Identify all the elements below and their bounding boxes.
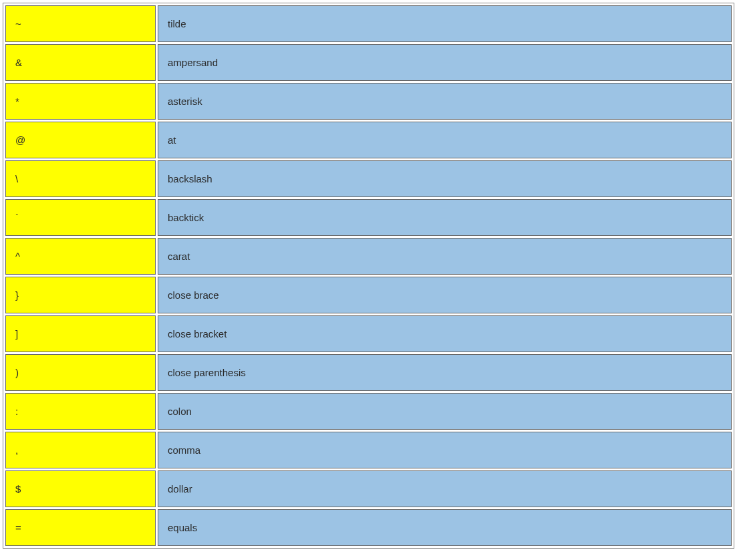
symbol-cell: , <box>5 432 156 468</box>
symbol-cell: @ <box>5 122 156 158</box>
name-cell: close parenthesis <box>158 354 732 391</box>
name-cell: carat <box>158 238 732 275</box>
name-cell: close bracket <box>158 315 732 352</box>
name-cell: backtick <box>158 199 732 236</box>
table-row: ) close parenthesis <box>5 354 732 391</box>
name-cell: asterisk <box>158 83 732 120</box>
table-body: ~ tilde & ampersand * asterisk @ at \ ba… <box>5 5 732 546</box>
symbol-cell: & <box>5 44 156 81</box>
symbol-cell: ) <box>5 354 156 391</box>
name-cell: tilde <box>158 5 732 42</box>
symbol-cell: ` <box>5 199 156 236</box>
name-cell: colon <box>158 393 732 430</box>
table-row: , comma <box>5 432 732 468</box>
table-row: & ampersand <box>5 44 732 81</box>
table-row: \ backslash <box>5 160 732 197</box>
name-cell: equals <box>158 509 732 546</box>
table-row: = equals <box>5 509 732 546</box>
table-row: } close brace <box>5 277 732 313</box>
name-cell: at <box>158 122 732 158</box>
symbol-cell: * <box>5 83 156 120</box>
symbol-cell: : <box>5 393 156 430</box>
symbol-reference-table: ~ tilde & ampersand * asterisk @ at \ ba… <box>3 3 734 549</box>
name-cell: ampersand <box>158 44 732 81</box>
symbol-cell: ^ <box>5 238 156 275</box>
name-cell: comma <box>158 432 732 468</box>
symbol-cell: } <box>5 277 156 313</box>
table-row: * asterisk <box>5 83 732 120</box>
symbol-cell: $ <box>5 470 156 507</box>
table-row: ~ tilde <box>5 5 732 42</box>
table-row: ] close bracket <box>5 315 732 352</box>
symbol-cell: \ <box>5 160 156 197</box>
name-cell: dollar <box>158 470 732 507</box>
symbol-cell: ] <box>5 315 156 352</box>
symbol-cell: = <box>5 509 156 546</box>
name-cell: backslash <box>158 160 732 197</box>
table-row: : colon <box>5 393 732 430</box>
table-row: ` backtick <box>5 199 732 236</box>
name-cell: close brace <box>158 277 732 313</box>
table-row: $ dollar <box>5 470 732 507</box>
symbol-cell: ~ <box>5 5 156 42</box>
table-row: ^ carat <box>5 238 732 275</box>
table-row: @ at <box>5 122 732 158</box>
